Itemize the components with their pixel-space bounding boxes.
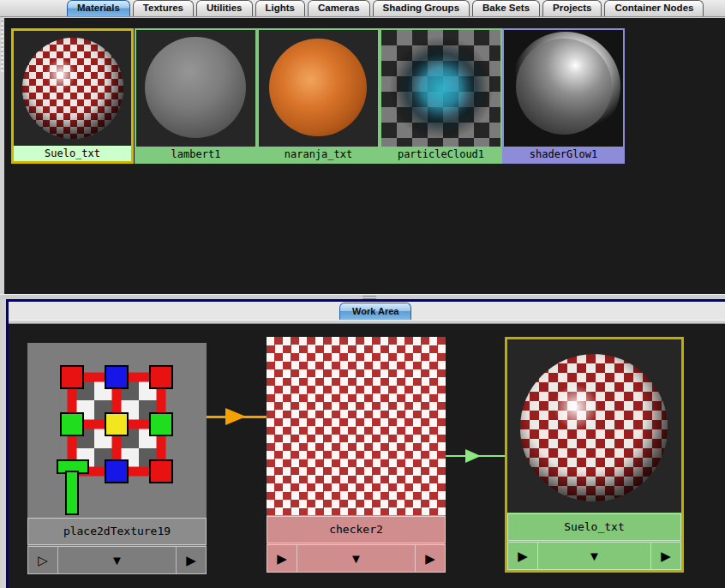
work-area-tab-strip: Work Area bbox=[9, 302, 725, 320]
triangle-right-icon: ▶ bbox=[425, 551, 435, 567]
node-title-checker2[interactable]: checker2 bbox=[267, 516, 446, 543]
tab-cameras[interactable]: Cameras bbox=[308, 0, 370, 16]
tab-utilities[interactable]: Utilities bbox=[196, 0, 253, 16]
node-title-place2dtexture19[interactable]: place2dTexture19 bbox=[27, 518, 207, 545]
material-thumbnail bbox=[14, 31, 131, 146]
tab-lights[interactable]: Lights bbox=[255, 0, 306, 16]
materials-panel: Suelo_txt lambert1 naranja_txt particleC… bbox=[4, 18, 725, 294]
tab-shading-groups[interactable]: Shading Groups bbox=[373, 0, 470, 16]
panel-edge-grip[interactable] bbox=[1, 21, 3, 72]
triangle-right-icon: ▶ bbox=[186, 553, 196, 568]
expand-input-button[interactable]: ▶ bbox=[508, 543, 537, 569]
node-button-bar: ▶ ▼ ▶ bbox=[507, 542, 681, 570]
triangle-down-icon: ▼ bbox=[588, 549, 601, 563]
material-name-label: lambert1 bbox=[136, 147, 255, 162]
tab-container-nodes[interactable]: Container Nodes bbox=[604, 0, 704, 16]
particle-cloud-preview bbox=[390, 37, 493, 140]
material-thumbnail bbox=[259, 30, 378, 147]
material-swatch-suelo-txt[interactable]: Suelo_txt bbox=[11, 28, 134, 164]
expand-input-button[interactable]: ▷ bbox=[28, 547, 57, 573]
triangle-right-icon: ▶ bbox=[277, 551, 287, 567]
material-swatch-shaderglow1[interactable]: shaderGlow1 bbox=[502, 28, 625, 164]
material-name-label: shaderGlow1 bbox=[504, 147, 623, 162]
tab-work-area[interactable]: Work Area bbox=[339, 303, 411, 320]
node-graph-canvas[interactable]: place2dTexture19 ▷ ▼ ▶ bbox=[9, 324, 725, 588]
checker-texture-swatch bbox=[267, 337, 446, 515]
triangle-down-icon: ▼ bbox=[350, 551, 362, 566]
material-thumbnail bbox=[381, 30, 500, 147]
expand-node-button[interactable]: ▼ bbox=[537, 543, 651, 569]
expand-output-button[interactable]: ▶ bbox=[177, 547, 206, 573]
materials-tab-bar: Materials Textures Utilities Lights Came… bbox=[0, 0, 725, 17]
node-place2dtexture19[interactable]: place2dTexture19 ▷ ▼ ▶ bbox=[27, 343, 207, 574]
orange-sphere-preview bbox=[269, 39, 367, 136]
checker-sphere-preview bbox=[520, 354, 668, 501]
tab-row: Materials Textures Utilities Lights Came… bbox=[67, 0, 704, 16]
work-area-panel: Work Area bbox=[6, 299, 725, 588]
tab-projects[interactable]: Projects bbox=[542, 0, 602, 16]
hypershade-window: Materials Textures Utilities Lights Came… bbox=[0, 0, 725, 588]
triangle-down-icon: ▼ bbox=[111, 553, 123, 567]
place2dtexture-icon bbox=[57, 362, 177, 517]
material-thumbnail bbox=[136, 30, 255, 147]
place2dtexture-swatch bbox=[27, 343, 207, 517]
material-preview-swatch bbox=[507, 339, 681, 513]
tab-materials[interactable]: Materials bbox=[67, 0, 130, 16]
material-name-label: particleCloud1 bbox=[381, 147, 500, 162]
checker-sphere-preview bbox=[22, 38, 123, 139]
triangle-right-icon: ▶ bbox=[518, 549, 528, 564]
material-swatch-particlecloud1[interactable]: particleCloud1 bbox=[380, 28, 502, 164]
node-title-suelo-txt[interactable]: Suelo_txt bbox=[507, 513, 681, 541]
material-name-label: naranja_txt bbox=[259, 147, 378, 162]
material-name-label: Suelo_txt bbox=[14, 146, 131, 161]
material-swatch-lambert1[interactable]: lambert1 bbox=[135, 28, 257, 164]
expand-input-button[interactable]: ▶ bbox=[267, 545, 297, 572]
connection-arrowhead-green-icon bbox=[465, 449, 481, 463]
node-suelo-txt[interactable]: Suelo_txt ▶ ▼ ▶ bbox=[505, 337, 684, 573]
node-button-bar: ▶ ▼ ▶ bbox=[267, 544, 446, 573]
triangle-right-outline-icon: ▷ bbox=[38, 553, 48, 568]
expand-output-button[interactable]: ▶ bbox=[416, 545, 445, 572]
material-swatch-naranja-txt[interactable]: naranja_txt bbox=[257, 28, 380, 164]
material-thumbnail bbox=[504, 30, 623, 162]
node-checker2[interactable]: checker2 ▶ ▼ ▶ bbox=[267, 337, 446, 573]
expand-output-button[interactable]: ▶ bbox=[651, 543, 680, 569]
tab-bake-sets[interactable]: Bake Sets bbox=[472, 0, 540, 16]
node-button-bar: ▷ ▼ ▶ bbox=[27, 546, 207, 574]
tab-textures[interactable]: Textures bbox=[133, 0, 194, 16]
expand-node-button[interactable]: ▼ bbox=[297, 545, 416, 572]
triangle-right-icon: ▶ bbox=[661, 549, 671, 564]
glow-sphere-preview bbox=[516, 39, 612, 135]
expand-node-button[interactable]: ▼ bbox=[57, 547, 177, 573]
gray-sphere-preview bbox=[145, 37, 246, 138]
connection-arrowhead-orange-icon bbox=[225, 408, 246, 425]
